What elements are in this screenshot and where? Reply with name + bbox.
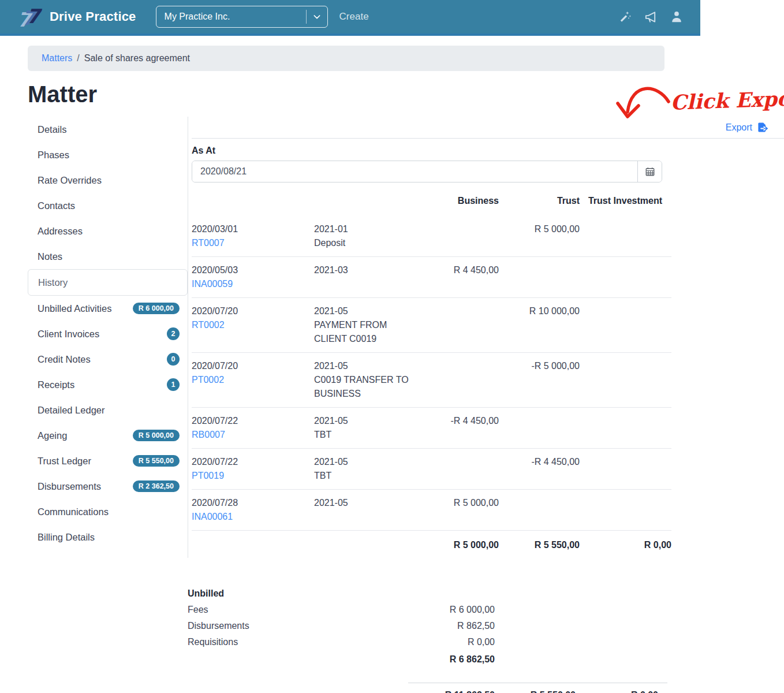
sidebar-badge: 0 bbox=[167, 353, 180, 366]
breadcrumb-matters-link[interactable]: Matters bbox=[42, 53, 72, 64]
row-trust-amount: -R 5 000,00 bbox=[531, 361, 580, 371]
sidebar-item-phases[interactable]: Phases bbox=[28, 142, 188, 167]
total-trust-investment: R 0,00 bbox=[580, 531, 671, 558]
sidebar-item-label: Detailed Ledger bbox=[38, 405, 180, 416]
sidebar-item-credit-notes[interactable]: Credit Notes0 bbox=[28, 346, 188, 372]
sidebar-item-ageing[interactable]: AgeingR 5 000,00 bbox=[28, 423, 188, 448]
row-period: 2021-05 bbox=[314, 414, 412, 428]
brand-name: Drive Practice bbox=[50, 9, 136, 24]
unbilled-disbursements-label: Disbursements bbox=[188, 618, 408, 634]
sidebar-item-label: Phases bbox=[38, 150, 180, 161]
chevron-down-icon bbox=[312, 12, 322, 21]
calendar-button[interactable] bbox=[637, 161, 662, 182]
sidebar-item-trust-ledger[interactable]: Trust LedgerR 5 550,00 bbox=[28, 448, 188, 474]
row-date: 2020/07/28 bbox=[192, 496, 314, 510]
document-link[interactable]: RT0002 bbox=[192, 320, 225, 330]
sidebar-item-client-invoices[interactable]: Client Invoices2 bbox=[28, 321, 188, 346]
megaphone-icon[interactable] bbox=[644, 10, 658, 24]
sidebar-item-label: Ageing bbox=[38, 430, 133, 441]
table-row: 2020/07/22RB00072021-05TBT-R 4 450,00 bbox=[192, 408, 671, 449]
row-period: 2021-01 bbox=[314, 222, 412, 236]
breadcrumb: Matters / Sale of shares agreement bbox=[28, 46, 664, 71]
sidebar-item-history[interactable]: History bbox=[28, 269, 188, 296]
breadcrumb-current: Sale of shares agreement bbox=[84, 53, 190, 64]
sidebar-item-contacts[interactable]: Contacts bbox=[28, 193, 188, 218]
section-totals-row: R 5 000,00 R 5 550,00 R 0,00 bbox=[192, 531, 671, 558]
sidebar-item-label: Notes bbox=[38, 251, 180, 262]
total-business: R 5 000,00 bbox=[412, 531, 499, 558]
row-period: 2021-05 bbox=[314, 455, 412, 469]
user-profile-icon[interactable] bbox=[670, 10, 683, 23]
unbilled-fees-label: Fees bbox=[188, 602, 408, 618]
unbilled-disbursements-value: R 862,50 bbox=[408, 618, 495, 634]
sidebar-item-details[interactable]: Details bbox=[28, 117, 188, 142]
matter-content: DetailsPhasesRate OverridesContactsAddre… bbox=[28, 117, 784, 693]
sidebar-badge: R 5 000,00 bbox=[133, 430, 180, 441]
top-navbar: 7 7 7 Drive Practice My Practice Inc. Cr… bbox=[0, 0, 700, 36]
sidebar-item-label: Billing Details bbox=[38, 532, 180, 543]
row-description: C0019 TRANSFER TO BUSINESS bbox=[314, 373, 412, 401]
export-icon bbox=[757, 122, 768, 133]
sidebar-badge: 2 bbox=[167, 327, 180, 340]
row-business-amount: R 5 000,00 bbox=[454, 498, 499, 508]
unbilled-title: Unbilled bbox=[188, 586, 408, 602]
row-trust-amount: -R 4 450,00 bbox=[531, 457, 580, 467]
sidebar-item-label: History bbox=[38, 277, 179, 288]
document-link[interactable]: RT0007 bbox=[192, 238, 225, 248]
export-button[interactable]: Export bbox=[726, 122, 768, 133]
magic-wand-icon[interactable] bbox=[619, 10, 632, 23]
row-period: 2021-05 bbox=[314, 304, 412, 318]
sidebar-item-label: Communications bbox=[38, 506, 180, 517]
document-link[interactable]: PT0002 bbox=[192, 375, 224, 385]
create-menu[interactable]: Create bbox=[339, 11, 369, 23]
sidebar-item-label: Unbilled Activities bbox=[38, 303, 133, 314]
sidebar-item-label: Client Invoices bbox=[38, 329, 167, 340]
as-at-field bbox=[192, 161, 662, 182]
sidebar-badge: R 5 550,00 bbox=[133, 455, 180, 467]
row-trust-amount: R 10 000,00 bbox=[529, 306, 580, 316]
document-link[interactable]: PT0019 bbox=[192, 471, 224, 480]
practice-selector-value: My Practice Inc. bbox=[165, 12, 300, 22]
sidebar-item-communications[interactable]: Communications bbox=[28, 499, 188, 524]
table-row: 2020/03/01RT00072021-01DepositR 5 000,00 bbox=[192, 216, 671, 257]
row-description: PAYMENT FROM CLIENT C0019 bbox=[314, 318, 412, 346]
table-row: 2020/07/20PT00022021-05C0019 TRANSFER TO… bbox=[192, 353, 671, 408]
sidebar-item-label: Receipts bbox=[38, 379, 167, 390]
svg-text:7: 7 bbox=[27, 5, 43, 28]
sidebar-item-notes[interactable]: Notes bbox=[28, 244, 188, 269]
selector-divider bbox=[306, 10, 307, 24]
practice-selector[interactable]: My Practice Inc. bbox=[156, 6, 328, 28]
sidebar-item-label: Disbursements bbox=[38, 481, 133, 492]
sidebar-item-disbursements[interactable]: DisbursementsR 2 362,50 bbox=[28, 474, 188, 499]
sidebar-item-billing-details[interactable]: Billing Details bbox=[28, 524, 188, 550]
matter-sidebar: DetailsPhasesRate OverridesContactsAddre… bbox=[28, 117, 188, 550]
row-date: 2020/07/22 bbox=[192, 414, 314, 428]
row-period: 2021-05 bbox=[314, 496, 412, 510]
column-trust: Trust bbox=[499, 188, 580, 216]
sidebar-item-label: Trust Ledger bbox=[38, 456, 133, 467]
document-link[interactable]: INA00059 bbox=[192, 279, 233, 289]
export-row: Export bbox=[192, 117, 784, 139]
brand[interactable]: 7 7 7 Drive Practice bbox=[17, 5, 136, 29]
sidebar-item-unbilled-activities[interactable]: Unbilled ActivitiesR 6 000,00 bbox=[28, 296, 188, 321]
row-date: 2020/07/20 bbox=[192, 359, 314, 373]
row-business-amount: -R 4 450,00 bbox=[450, 416, 499, 426]
row-description: Deposit bbox=[314, 236, 412, 250]
table-row: 2020/07/28INA000612021-05R 5 000,00 bbox=[192, 490, 671, 531]
sidebar-item-detailed-ledger[interactable]: Detailed Ledger bbox=[28, 397, 188, 423]
as-at-date-input[interactable] bbox=[192, 161, 637, 182]
sidebar-item-receipts[interactable]: Receipts1 bbox=[28, 372, 188, 397]
calendar-icon bbox=[645, 166, 655, 177]
sidebar-item-rate-overrides[interactable]: Rate Overrides bbox=[28, 167, 188, 193]
table-row: 2020/07/22PT00192021-05TBT-R 4 450,00 bbox=[192, 449, 671, 490]
table-row: 2020/07/20RT00022021-05PAYMENT FROM CLIE… bbox=[192, 298, 671, 353]
row-period: 2021-05 bbox=[314, 359, 412, 373]
document-link[interactable]: INA00061 bbox=[192, 512, 233, 521]
sidebar-item-addresses[interactable]: Addresses bbox=[28, 218, 188, 244]
unbilled-requisitions-label: Requisitions bbox=[188, 634, 408, 650]
document-link[interactable]: RB0007 bbox=[192, 430, 225, 439]
unbilled-total: R 6 862,50 bbox=[408, 650, 495, 668]
sidebar-badge: R 2 362,50 bbox=[133, 480, 180, 492]
grand-total-trust: R 5 550,00 bbox=[495, 683, 576, 693]
sidebar-badge: R 6 000,00 bbox=[133, 303, 180, 314]
